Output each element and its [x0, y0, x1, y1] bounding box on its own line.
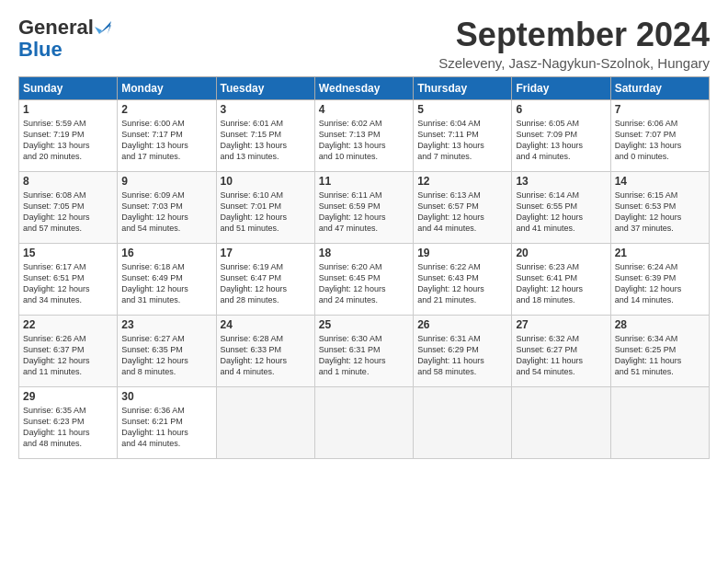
day-number: 30 [121, 390, 211, 403]
cell-sun-info: Sunrise: 6:17 AM Sunset: 6:51 PM Dayligh… [23, 261, 113, 306]
cell-sun-info: Sunrise: 6:14 AM Sunset: 6:55 PM Dayligh… [516, 190, 606, 235]
day-number: 16 [121, 247, 211, 259]
table-row: 21Sunrise: 6:24 AM Sunset: 6:39 PM Dayli… [610, 243, 709, 315]
cell-sun-info: Sunrise: 6:01 AM Sunset: 7:15 PM Dayligh… [221, 118, 311, 163]
cell-sun-info: Sunrise: 6:28 AM Sunset: 6:33 PM Dayligh… [221, 333, 311, 378]
day-number: 10 [221, 175, 311, 188]
day-number: 27 [516, 318, 606, 331]
cell-sun-info: Sunrise: 6:04 AM Sunset: 7:11 PM Dayligh… [417, 118, 507, 163]
day-number: 8 [23, 175, 113, 188]
table-row: 13Sunrise: 6:14 AM Sunset: 6:55 PM Dayli… [512, 171, 610, 243]
table-row: 19Sunrise: 6:22 AM Sunset: 6:43 PM Dayli… [414, 243, 512, 315]
day-number: 9 [121, 175, 211, 188]
calendar-week-2: 8Sunrise: 6:08 AM Sunset: 7:05 PM Daylig… [19, 171, 710, 243]
day-number: 11 [319, 175, 409, 188]
cell-sun-info: Sunrise: 6:02 AM Sunset: 7:13 PM Dayligh… [319, 118, 409, 163]
cell-sun-info: Sunrise: 6:11 AM Sunset: 6:59 PM Dayligh… [319, 190, 409, 235]
col-friday: Friday [512, 76, 610, 99]
cell-sun-info: Sunrise: 6:34 AM Sunset: 6:25 PM Dayligh… [615, 333, 705, 378]
day-number: 15 [23, 247, 113, 259]
table-row: 1Sunrise: 5:59 AM Sunset: 7:19 PM Daylig… [19, 99, 118, 171]
day-number: 7 [615, 103, 705, 116]
cell-sun-info: Sunrise: 6:13 AM Sunset: 6:57 PM Dayligh… [417, 190, 507, 235]
cell-sun-info: Sunrise: 6:10 AM Sunset: 7:01 PM Dayligh… [221, 190, 311, 235]
cell-sun-info: Sunrise: 6:18 AM Sunset: 6:49 PM Dayligh… [121, 261, 211, 306]
cell-sun-info: Sunrise: 6:26 AM Sunset: 6:37 PM Dayligh… [23, 333, 113, 378]
table-row: 16Sunrise: 6:18 AM Sunset: 6:49 PM Dayli… [118, 243, 216, 315]
cell-sun-info: Sunrise: 6:30 AM Sunset: 6:31 PM Dayligh… [319, 333, 409, 378]
day-number: 23 [121, 318, 211, 331]
table-row: 24Sunrise: 6:28 AM Sunset: 6:33 PM Dayli… [216, 315, 314, 386]
table-row [610, 386, 709, 458]
cell-sun-info: Sunrise: 6:05 AM Sunset: 7:09 PM Dayligh… [516, 118, 606, 163]
cell-sun-info: Sunrise: 6:27 AM Sunset: 6:35 PM Dayligh… [121, 333, 211, 378]
col-saturday: Saturday [610, 76, 709, 99]
svg-marker-0 [99, 21, 111, 34]
day-number: 19 [417, 247, 507, 259]
calendar-header-row: Sunday Monday Tuesday Wednesday Thursday… [19, 76, 710, 99]
day-number: 14 [615, 175, 705, 188]
logo: General Blue [18, 17, 111, 61]
cell-sun-info: Sunrise: 6:06 AM Sunset: 7:07 PM Dayligh… [615, 118, 705, 163]
day-number: 4 [319, 103, 409, 116]
cell-sun-info: Sunrise: 6:24 AM Sunset: 6:39 PM Dayligh… [615, 261, 705, 306]
day-number: 12 [417, 175, 507, 188]
table-row: 2Sunrise: 6:00 AM Sunset: 7:17 PM Daylig… [118, 99, 216, 171]
day-number: 25 [319, 318, 409, 331]
table-row: 25Sunrise: 6:30 AM Sunset: 6:31 PM Dayli… [314, 315, 413, 386]
cell-sun-info: Sunrise: 6:32 AM Sunset: 6:27 PM Dayligh… [516, 333, 606, 378]
location: Szeleveny, Jasz-Nagykun-Szolnok, Hungary [438, 55, 710, 71]
cell-sun-info: Sunrise: 6:00 AM Sunset: 7:17 PM Dayligh… [121, 118, 211, 163]
day-number: 3 [221, 103, 311, 116]
col-sunday: Sunday [19, 76, 118, 99]
table-row [216, 386, 314, 458]
table-row: 7Sunrise: 6:06 AM Sunset: 7:07 PM Daylig… [610, 99, 709, 171]
table-row: 30Sunrise: 6:36 AM Sunset: 6:21 PM Dayli… [118, 386, 216, 458]
table-row: 12Sunrise: 6:13 AM Sunset: 6:57 PM Dayli… [414, 171, 512, 243]
table-row: 27Sunrise: 6:32 AM Sunset: 6:27 PM Dayli… [512, 315, 610, 386]
day-number: 5 [417, 103, 507, 116]
day-number: 29 [23, 390, 113, 403]
day-number: 20 [516, 247, 606, 259]
logo-bird-icon [95, 17, 111, 36]
page: General Blue September 2024 Szeleveny, J… [0, 0, 728, 563]
cell-sun-info: Sunrise: 6:15 AM Sunset: 6:53 PM Dayligh… [615, 190, 705, 235]
day-number: 22 [23, 318, 113, 331]
table-row: 3Sunrise: 6:01 AM Sunset: 7:15 PM Daylig… [216, 99, 314, 171]
header: General Blue September 2024 Szeleveny, J… [18, 17, 710, 71]
cell-sun-info: Sunrise: 6:09 AM Sunset: 7:03 PM Dayligh… [121, 190, 211, 235]
cell-sun-info: Sunrise: 5:59 AM Sunset: 7:19 PM Dayligh… [23, 118, 113, 163]
day-number: 13 [516, 175, 606, 188]
logo-general: General [18, 17, 94, 39]
day-number: 6 [516, 103, 606, 116]
cell-sun-info: Sunrise: 6:35 AM Sunset: 6:23 PM Dayligh… [23, 405, 113, 450]
table-row: 20Sunrise: 6:23 AM Sunset: 6:41 PM Dayli… [512, 243, 610, 315]
table-row: 14Sunrise: 6:15 AM Sunset: 6:53 PM Dayli… [610, 171, 709, 243]
table-row: 6Sunrise: 6:05 AM Sunset: 7:09 PM Daylig… [512, 99, 610, 171]
cell-sun-info: Sunrise: 6:08 AM Sunset: 7:05 PM Dayligh… [23, 190, 113, 235]
title-block: September 2024 Szeleveny, Jasz-Nagykun-S… [438, 17, 710, 71]
day-number: 18 [319, 247, 409, 259]
cell-sun-info: Sunrise: 6:20 AM Sunset: 6:45 PM Dayligh… [319, 261, 409, 306]
table-row [512, 386, 610, 458]
cell-sun-info: Sunrise: 6:36 AM Sunset: 6:21 PM Dayligh… [121, 405, 211, 450]
day-number: 21 [615, 247, 705, 259]
table-row [314, 386, 413, 458]
calendar: Sunday Monday Tuesday Wednesday Thursday… [18, 76, 710, 459]
table-row: 28Sunrise: 6:34 AM Sunset: 6:25 PM Dayli… [610, 315, 709, 386]
calendar-week-5: 29Sunrise: 6:35 AM Sunset: 6:23 PM Dayli… [19, 386, 710, 458]
table-row: 23Sunrise: 6:27 AM Sunset: 6:35 PM Dayli… [118, 315, 216, 386]
table-row: 8Sunrise: 6:08 AM Sunset: 7:05 PM Daylig… [19, 171, 118, 243]
table-row: 18Sunrise: 6:20 AM Sunset: 6:45 PM Dayli… [314, 243, 413, 315]
table-row: 17Sunrise: 6:19 AM Sunset: 6:47 PM Dayli… [216, 243, 314, 315]
calendar-week-4: 22Sunrise: 6:26 AM Sunset: 6:37 PM Dayli… [19, 315, 710, 386]
table-row: 22Sunrise: 6:26 AM Sunset: 6:37 PM Dayli… [19, 315, 118, 386]
table-row: 4Sunrise: 6:02 AM Sunset: 7:13 PM Daylig… [314, 99, 413, 171]
logo-blue: Blue [18, 39, 63, 61]
col-thursday: Thursday [414, 76, 512, 99]
table-row [414, 386, 512, 458]
table-row: 11Sunrise: 6:11 AM Sunset: 6:59 PM Dayli… [314, 171, 413, 243]
calendar-week-1: 1Sunrise: 5:59 AM Sunset: 7:19 PM Daylig… [19, 99, 710, 171]
day-number: 17 [221, 247, 311, 259]
col-tuesday: Tuesday [216, 76, 314, 99]
